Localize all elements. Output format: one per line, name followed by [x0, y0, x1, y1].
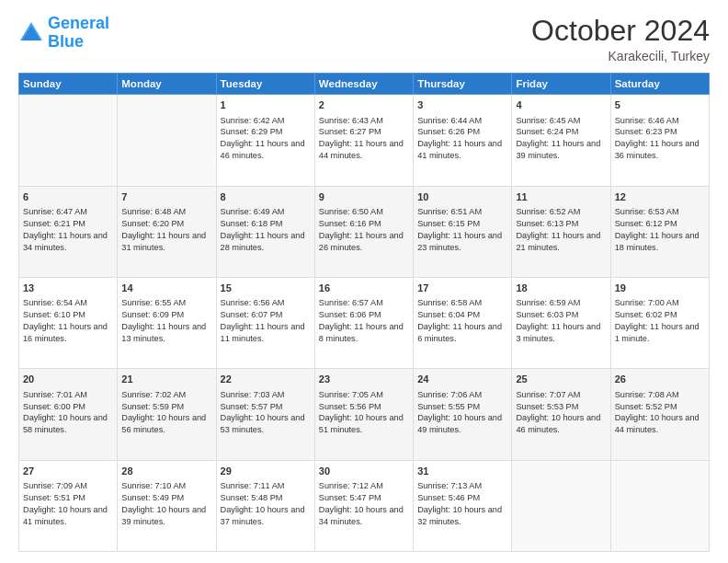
sunset-text: Sunset: 6:15 PM — [417, 219, 480, 228]
day-number: 28 — [121, 465, 211, 478]
calendar-cell: 18Sunrise: 6:59 AMSunset: 6:03 PMDayligh… — [512, 277, 610, 368]
day-number: 11 — [516, 190, 606, 204]
sunrise-text: Sunrise: 7:08 AM — [615, 390, 679, 399]
location: Karakecili, Turkey — [531, 49, 710, 63]
col-thursday: Thursday — [414, 74, 512, 95]
day-number: 27 — [23, 465, 113, 478]
sunset-text: Sunset: 6:04 PM — [417, 310, 480, 319]
sunrise-text: Sunrise: 6:46 AM — [615, 116, 679, 125]
daylight-text: Daylight: 10 hours and 49 minutes. — [417, 413, 502, 434]
sunrise-text: Sunrise: 6:53 AM — [615, 207, 679, 216]
sunset-text: Sunset: 6:29 PM — [221, 127, 283, 136]
calendar-cell: 4Sunrise: 6:45 AMSunset: 6:24 PMDaylight… — [512, 95, 610, 186]
day-number: 2 — [319, 98, 409, 112]
sunrise-text: Sunrise: 7:02 AM — [121, 390, 186, 399]
header: General Blue October 2024 Karakecili, Tu… — [18, 15, 710, 63]
day-number: 12 — [615, 190, 705, 204]
day-number: 20 — [23, 373, 113, 386]
col-saturday: Saturday — [610, 74, 709, 95]
sunrise-text: Sunrise: 6:52 AM — [516, 207, 580, 216]
sunrise-text: Sunrise: 6:55 AM — [121, 298, 186, 307]
sunset-text: Sunset: 5:57 PM — [221, 402, 283, 411]
calendar-week-row: 27Sunrise: 7:09 AMSunset: 5:51 PMDayligh… — [19, 460, 710, 551]
daylight-text: Daylight: 10 hours and 58 minutes. — [23, 413, 108, 434]
day-number: 18 — [516, 282, 606, 295]
sunrise-text: Sunrise: 7:10 AM — [121, 481, 186, 490]
day-number: 24 — [417, 373, 507, 386]
calendar-cell: 23Sunrise: 7:05 AMSunset: 5:56 PMDayligh… — [314, 369, 413, 460]
calendar-cell: 8Sunrise: 6:49 AMSunset: 6:18 PMDaylight… — [216, 186, 314, 277]
sunset-text: Sunset: 5:48 PM — [221, 493, 283, 502]
sunset-text: Sunset: 5:56 PM — [319, 402, 381, 411]
calendar-cell: 27Sunrise: 7:09 AMSunset: 5:51 PMDayligh… — [19, 460, 118, 551]
day-number: 8 — [221, 190, 311, 204]
calendar-cell: 3Sunrise: 6:44 AMSunset: 6:26 PMDaylight… — [414, 95, 512, 186]
sunset-text: Sunset: 6:16 PM — [319, 219, 381, 228]
daylight-text: Daylight: 11 hours and 13 minutes. — [121, 322, 206, 343]
day-number: 6 — [23, 190, 113, 204]
calendar-cell: 7Sunrise: 6:48 AMSunset: 6:20 PMDaylight… — [118, 186, 216, 277]
sunrise-text: Sunrise: 6:49 AM — [221, 207, 285, 216]
calendar-cell: 2Sunrise: 6:43 AMSunset: 6:27 PMDaylight… — [314, 95, 413, 186]
calendar-cell: 22Sunrise: 7:03 AMSunset: 5:57 PMDayligh… — [216, 369, 314, 460]
sunset-text: Sunset: 5:51 PM — [23, 493, 85, 502]
sunset-text: Sunset: 5:52 PM — [615, 402, 677, 411]
day-number: 14 — [121, 282, 211, 295]
sunrise-text: Sunrise: 7:00 AM — [615, 298, 679, 307]
sunrise-text: Sunrise: 7:06 AM — [417, 390, 482, 399]
sunset-text: Sunset: 5:59 PM — [121, 402, 184, 411]
title-block: October 2024 Karakecili, Turkey — [531, 15, 710, 63]
daylight-text: Daylight: 10 hours and 44 minutes. — [615, 413, 700, 434]
logo: General Blue — [18, 15, 109, 52]
calendar-cell: 15Sunrise: 6:56 AMSunset: 6:07 PMDayligh… — [216, 277, 314, 368]
calendar-cell: 13Sunrise: 6:54 AMSunset: 6:10 PMDayligh… — [19, 277, 118, 368]
sunrise-text: Sunrise: 7:09 AM — [23, 481, 87, 490]
calendar-cell: 10Sunrise: 6:51 AMSunset: 6:15 PMDayligh… — [414, 186, 512, 277]
calendar-week-row: 6Sunrise: 6:47 AMSunset: 6:21 PMDaylight… — [19, 186, 710, 277]
calendar-cell: 25Sunrise: 7:07 AMSunset: 5:53 PMDayligh… — [512, 369, 610, 460]
calendar-cell: 6Sunrise: 6:47 AMSunset: 6:21 PMDaylight… — [19, 186, 118, 277]
calendar-cell: 11Sunrise: 6:52 AMSunset: 6:13 PMDayligh… — [512, 186, 610, 277]
sunrise-text: Sunrise: 7:07 AM — [516, 390, 580, 399]
month-title: October 2024 — [531, 15, 710, 47]
sunset-text: Sunset: 6:06 PM — [319, 310, 381, 319]
calendar-header-row: Sunday Monday Tuesday Wednesday Thursday… — [19, 74, 710, 95]
calendar-cell: 28Sunrise: 7:10 AMSunset: 5:49 PMDayligh… — [118, 460, 216, 551]
calendar-table: Sunday Monday Tuesday Wednesday Thursday… — [18, 73, 710, 552]
day-number: 23 — [319, 373, 409, 386]
sunrise-text: Sunrise: 6:58 AM — [417, 298, 482, 307]
sunset-text: Sunset: 6:27 PM — [319, 127, 381, 136]
daylight-text: Daylight: 11 hours and 36 minutes. — [615, 139, 700, 160]
calendar-cell — [118, 95, 216, 186]
calendar-cell: 29Sunrise: 7:11 AMSunset: 5:48 PMDayligh… — [216, 460, 314, 551]
calendar-cell: 24Sunrise: 7:06 AMSunset: 5:55 PMDayligh… — [414, 369, 512, 460]
daylight-text: Daylight: 11 hours and 26 minutes. — [319, 231, 404, 252]
daylight-text: Daylight: 11 hours and 28 minutes. — [221, 231, 305, 252]
sunrise-text: Sunrise: 6:54 AM — [23, 298, 87, 307]
sunrise-text: Sunrise: 6:59 AM — [516, 298, 580, 307]
sunset-text: Sunset: 5:46 PM — [417, 493, 480, 502]
calendar-cell: 1Sunrise: 6:42 AMSunset: 6:29 PMDaylight… — [216, 95, 314, 186]
sunset-text: Sunset: 6:23 PM — [615, 127, 677, 136]
daylight-text: Daylight: 10 hours and 34 minutes. — [319, 505, 404, 526]
calendar-cell: 16Sunrise: 6:57 AMSunset: 6:06 PMDayligh… — [314, 277, 413, 368]
daylight-text: Daylight: 11 hours and 34 minutes. — [23, 231, 108, 252]
daylight-text: Daylight: 11 hours and 44 minutes. — [319, 139, 404, 160]
sunrise-text: Sunrise: 6:43 AM — [319, 116, 383, 125]
col-tuesday: Tuesday — [216, 74, 314, 95]
daylight-text: Daylight: 11 hours and 11 minutes. — [221, 322, 305, 343]
col-wednesday: Wednesday — [314, 74, 413, 95]
sunrise-text: Sunrise: 6:57 AM — [319, 298, 383, 307]
day-number: 16 — [319, 282, 409, 295]
daylight-text: Daylight: 11 hours and 6 minutes. — [417, 322, 502, 343]
calendar-cell: 19Sunrise: 7:00 AMSunset: 6:02 PMDayligh… — [610, 277, 709, 368]
day-number: 25 — [516, 373, 606, 386]
sunrise-text: Sunrise: 6:45 AM — [516, 116, 580, 125]
sunset-text: Sunset: 5:49 PM — [121, 493, 184, 502]
day-number: 19 — [615, 282, 705, 295]
daylight-text: Daylight: 10 hours and 39 minutes. — [121, 505, 206, 526]
col-monday: Monday — [118, 74, 216, 95]
sunrise-text: Sunrise: 7:01 AM — [23, 390, 87, 399]
sunset-text: Sunset: 6:13 PM — [516, 219, 578, 228]
daylight-text: Daylight: 11 hours and 16 minutes. — [23, 322, 108, 343]
